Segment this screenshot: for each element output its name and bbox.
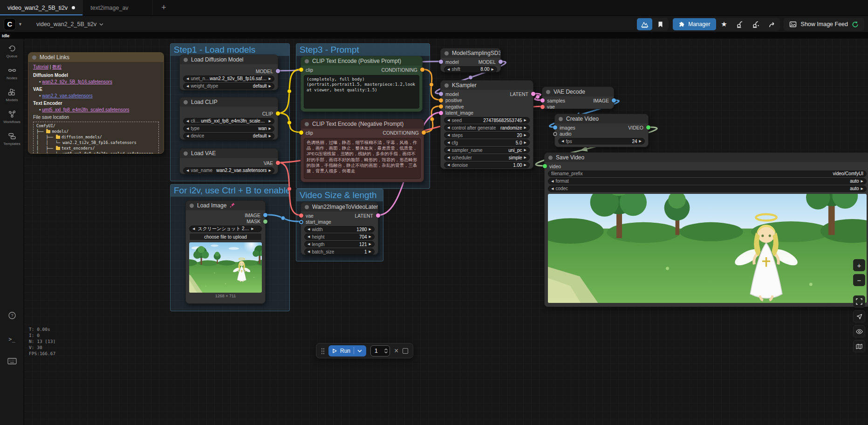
show-image-feed-button[interactable]: Show Image Feed [784, 18, 864, 31]
cancel-button[interactable]: × [394, 347, 398, 355]
help-button[interactable]: ? [8, 311, 16, 320]
unsaved-dot-icon [72, 6, 75, 9]
queue-history-icon [8, 44, 16, 53]
map-icon [856, 343, 862, 350]
bookmark-button[interactable] [653, 18, 668, 30]
status-line: Idle [0, 33, 868, 39]
menu-bar: C ▼ video_wan2_2_5B_ti2v Manager ★ [0, 16, 868, 33]
templates-icon [8, 132, 16, 140]
manager-group: Manager ★ [672, 18, 779, 31]
new-tab-button[interactable]: + [153, 0, 175, 15]
star-icon: ★ [721, 20, 727, 28]
workflows-icon [8, 110, 16, 118]
canvas-stats: T: 0.00s I: 0 N: 13 [13] V: 30 FPS:166.6… [29, 326, 55, 356]
run-button[interactable]: Run [328, 345, 366, 356]
tab-text2image[interactable]: text2image_av [83, 0, 153, 15]
nodes-link-icon [8, 66, 16, 75]
favorites-button[interactable]: ★ [717, 18, 732, 30]
caret-down-icon [384, 351, 388, 353]
tab-label: text2image_av [90, 5, 128, 11]
tab-label: video_wan2_2_5B_ti2v [7, 5, 68, 11]
bookmark-icon [657, 21, 663, 28]
logo-chevron-down-icon[interactable]: ▼ [18, 22, 22, 27]
batch-count-input[interactable]: 1 [370, 345, 390, 356]
stat-version: V: 30 [29, 344, 55, 350]
image-feed-icon [789, 21, 797, 28]
workflow-name-dropdown[interactable]: video_wan2_2_5B_ti2v [36, 21, 103, 27]
toggle-links-visibility-button[interactable] [853, 325, 865, 337]
stat-nodes: N: 13 [13] [29, 338, 55, 344]
sidebar-item-models[interactable]: Models [6, 88, 18, 102]
manager-button[interactable]: Manager [673, 18, 716, 30]
canvas-mode-group [636, 18, 669, 31]
share-button[interactable] [764, 18, 779, 30]
sidebar-item-queue[interactable]: Queue [6, 44, 17, 58]
sidebar-bottom: ? >_ [7, 311, 17, 364]
select-mode-button[interactable] [853, 310, 865, 322]
stop-button[interactable] [403, 348, 408, 354]
sidebar-item-templates[interactable]: Templates [3, 132, 20, 146]
zoom-out-button[interactable]: − [853, 274, 865, 286]
keyboard-icon [7, 358, 17, 364]
clear-vram-button[interactable] [748, 18, 764, 30]
chevron-down-icon [357, 350, 362, 352]
stat-iterations: I: 0 [29, 332, 55, 338]
sidebar-item-nodes[interactable]: Nodes [7, 66, 17, 80]
caret-up-icon [384, 349, 388, 350]
svg-text:?: ? [11, 313, 13, 318]
drag-handle[interactable] [321, 348, 324, 354]
sidebar-item-workflows[interactable]: Workflows [3, 110, 21, 124]
help-icon: ? [8, 311, 16, 320]
fit-view-icon [856, 298, 862, 305]
location-arrow-icon [856, 314, 862, 320]
zoom-in-button[interactable]: + [853, 259, 865, 271]
canvas-toolbar: + − [853, 259, 865, 352]
clear-cache-button[interactable] [732, 18, 748, 30]
models-icon [7, 88, 16, 96]
minimap-button[interactable] [853, 340, 865, 352]
puzzle-icon [678, 21, 685, 27]
comfyui-logo-icon[interactable]: C [4, 18, 16, 30]
workflow-tab-bar: video_wan2_2_5B_ti2v text2image_av + [0, 0, 868, 16]
fit-view-button[interactable] [853, 295, 865, 308]
count-steppers[interactable] [384, 349, 388, 353]
mountain-icon [641, 21, 649, 28]
eye-icon [856, 329, 863, 334]
vacuum-icon [736, 21, 744, 28]
vacuum-sparkle-icon [752, 21, 759, 28]
chevron-down-icon [99, 23, 103, 26]
stat-time: T: 0.00s [29, 326, 55, 332]
run-bar: Run 1 × [316, 343, 413, 358]
divider [354, 347, 354, 354]
terminal-button[interactable]: >_ [8, 335, 15, 343]
stat-fps: FPS:166.67 [29, 350, 55, 356]
shortcuts-button[interactable] [7, 358, 17, 364]
play-icon [333, 349, 337, 353]
sidebar: Queue Nodes Models Workflows Templates ?… [0, 39, 24, 425]
terminal-icon: >_ [8, 336, 15, 343]
graph-view-button[interactable] [637, 18, 652, 30]
tab-video-wan[interactable]: video_wan2_2_5B_ti2v [0, 0, 83, 15]
refresh-circle-icon [852, 21, 859, 28]
share-arrow-icon [768, 21, 775, 28]
node-canvas[interactable] [24, 39, 868, 425]
